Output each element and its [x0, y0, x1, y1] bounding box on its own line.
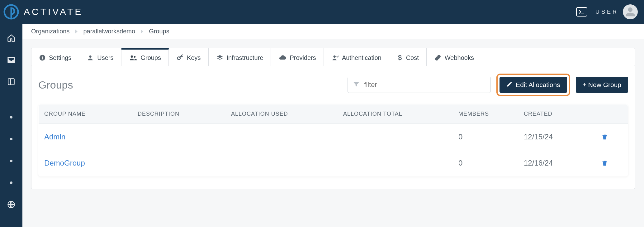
filter-field[interactable]	[348, 77, 491, 93]
tab-label: Keys	[187, 54, 201, 61]
brand-name: ACTIVATE	[24, 7, 83, 17]
tab-infrastructure[interactable]: Infrastructure	[209, 48, 271, 66]
col-description: DESCRIPTION	[138, 111, 231, 117]
user-avatar[interactable]	[623, 4, 638, 19]
delete-row-button[interactable]	[589, 159, 620, 167]
brand-logo[interactable]: ACTIVATE	[3, 4, 83, 20]
rail-dot-1[interactable]	[6, 112, 16, 122]
edit-allocations-highlight: Edit Allocations	[496, 74, 570, 96]
tab-users[interactable]: Users	[79, 48, 121, 66]
tabs: Settings Users Groups Keys Infrastructur…	[31, 48, 635, 66]
delete-row-button[interactable]	[589, 133, 620, 141]
new-group-label: + New Group	[583, 81, 621, 89]
tab-groups[interactable]: Groups	[121, 48, 169, 66]
rail-home-icon[interactable]	[6, 33, 16, 43]
tab-label: Providers	[290, 54, 316, 61]
svg-rect-2	[8, 79, 14, 85]
col-actions	[589, 111, 620, 117]
svg-rect-6	[42, 57, 43, 59]
svg-text:$: $	[398, 54, 402, 61]
tab-label: Authentication	[342, 54, 381, 61]
tab-label: Settings	[49, 54, 71, 61]
chevron-right-icon	[75, 29, 78, 34]
groups-table: GROUP NAME DESCRIPTION ALLOCATION USED A…	[38, 104, 628, 176]
tab-label: Webhooks	[445, 54, 474, 61]
svg-rect-7	[42, 56, 43, 57]
edit-allocations-button[interactable]: Edit Allocations	[500, 77, 567, 93]
tab-webhooks[interactable]: Webhooks	[427, 48, 481, 66]
cell-members: 0	[458, 159, 524, 167]
topbar: ACTIVATE USER	[0, 0, 644, 24]
cell-created: 12/15/24	[524, 133, 589, 141]
main: Organizations parallelworksdemo Groups S…	[22, 24, 644, 227]
col-created: CREATED	[524, 111, 589, 117]
svg-point-8	[89, 56, 92, 58]
col-members: MEMBERS	[458, 111, 524, 117]
tab-label: Groups	[141, 54, 161, 61]
col-allocation-total: ALLOCATION TOTAL	[343, 111, 458, 117]
filter-input[interactable]	[364, 77, 487, 93]
brand-logo-icon	[3, 4, 19, 20]
crumb-groups[interactable]: Groups	[144, 24, 174, 39]
breadcrumb: Organizations parallelworksdemo Groups	[22, 24, 644, 39]
terminal-button[interactable]	[576, 7, 587, 17]
tab-label: Infrastructure	[227, 54, 263, 61]
crumb-org-name[interactable]: parallelworksdemo	[79, 24, 140, 39]
svg-point-9	[130, 56, 133, 58]
rail-inbox-icon[interactable]	[6, 55, 16, 65]
tab-authentication[interactable]: Authentication	[324, 48, 389, 66]
col-allocation-used: ALLOCATION USED	[231, 111, 343, 117]
col-group-name: GROUP NAME	[44, 111, 138, 117]
rail-dot-3[interactable]	[6, 156, 16, 166]
svg-point-12	[333, 56, 335, 58]
table-header: GROUP NAME DESCRIPTION ALLOCATION USED A…	[39, 104, 628, 124]
table-row: DemoGroup 0 12/16/24	[39, 150, 628, 176]
filter-icon	[352, 80, 360, 89]
cell-members: 0	[458, 133, 524, 141]
tab-cost[interactable]: $ Cost	[389, 48, 427, 66]
rail-globe-icon[interactable]	[6, 200, 16, 210]
crumb-organizations[interactable]: Organizations	[31, 24, 74, 39]
user-label: USER	[595, 9, 618, 15]
tab-keys[interactable]: Keys	[169, 48, 208, 66]
tab-label: Cost	[406, 54, 419, 61]
tab-label: Users	[97, 54, 113, 61]
left-rail	[0, 24, 22, 227]
group-name-link[interactable]: DemoGroup	[44, 159, 138, 167]
page-title: Groups	[38, 79, 73, 91]
rail-panels-icon[interactable]	[6, 77, 16, 87]
new-group-button[interactable]: + New Group	[576, 77, 628, 93]
tab-providers[interactable]: Providers	[271, 48, 324, 66]
tab-settings[interactable]: Settings	[31, 48, 79, 66]
edit-icon	[506, 81, 513, 89]
groups-panel: Groups Edit Allocations	[31, 66, 635, 189]
edit-allocations-label: Edit Allocations	[516, 81, 560, 89]
rail-dot-4[interactable]	[6, 178, 16, 188]
group-name-link[interactable]: Admin	[44, 133, 138, 141]
chevron-right-icon	[141, 29, 143, 34]
svg-point-10	[134, 56, 135, 58]
table-row: Admin 0 12/15/24	[39, 124, 628, 150]
cell-created: 12/16/24	[524, 159, 589, 167]
rail-dot-2[interactable]	[6, 134, 16, 144]
